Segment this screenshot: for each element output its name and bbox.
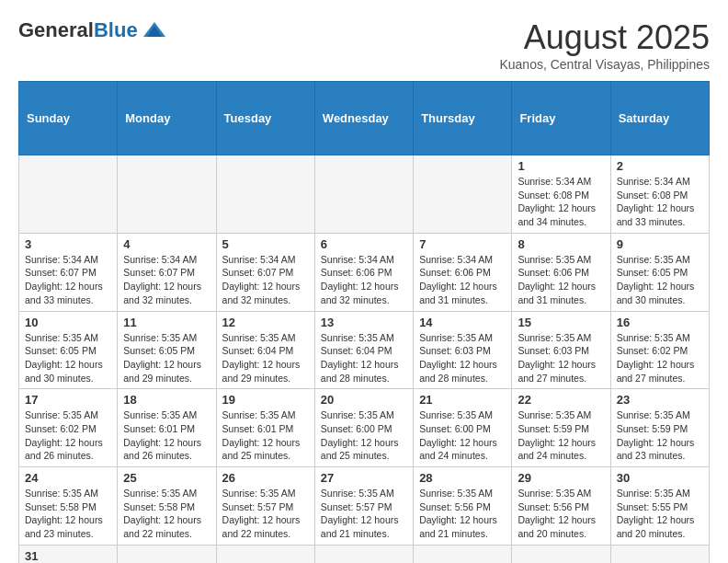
calendar-header-monday: Monday — [118, 82, 216, 155]
calendar-cell — [19, 155, 118, 234]
day-info: Sunrise: 5:35 AM Sunset: 5:57 PM Dayligh… — [321, 487, 407, 541]
calendar-cell: 11Sunrise: 5:35 AM Sunset: 6:05 PM Dayli… — [118, 311, 216, 389]
day-number: 14 — [419, 316, 506, 329]
day-info: Sunrise: 5:35 AM Sunset: 5:59 PM Dayligh… — [518, 408, 604, 463]
calendar-header-saturday: Saturday — [610, 82, 709, 155]
calendar-cell: 21Sunrise: 5:35 AM Sunset: 6:00 PM Dayli… — [414, 389, 512, 467]
calendar-cell: 9Sunrise: 5:35 AM Sunset: 6:05 PM Daylig… — [610, 233, 709, 311]
month-title: August 2025 — [499, 18, 710, 57]
calendar-cell: 19Sunrise: 5:35 AM Sunset: 6:01 PM Dayli… — [216, 389, 314, 467]
calendar-cell: 6Sunrise: 5:34 AM Sunset: 6:06 PM Daylig… — [314, 233, 413, 311]
day-number: 10 — [25, 316, 111, 329]
calendar-cell: 31Sunrise: 5:35 AM Sunset: 5:55 PM Dayli… — [19, 545, 118, 563]
calendar-cell: 12Sunrise: 5:35 AM Sunset: 6:04 PM Dayli… — [216, 311, 314, 389]
calendar-cell: 7Sunrise: 5:34 AM Sunset: 6:06 PM Daylig… — [414, 233, 512, 311]
day-info: Sunrise: 5:34 AM Sunset: 6:07 PM Dayligh… — [222, 253, 309, 307]
day-number: 25 — [123, 471, 210, 485]
calendar-cell: 25Sunrise: 5:35 AM Sunset: 5:58 PM Dayli… — [118, 467, 216, 546]
calendar-cell — [216, 155, 314, 234]
day-info: Sunrise: 5:34 AM Sunset: 6:06 PM Dayligh… — [321, 253, 407, 307]
day-info: Sunrise: 5:35 AM Sunset: 5:59 PM Dayligh… — [617, 408, 703, 463]
calendar-header-thursday: Thursday — [414, 82, 512, 155]
day-number: 31 — [25, 549, 111, 563]
day-info: Sunrise: 5:35 AM Sunset: 6:03 PM Dayligh… — [518, 331, 604, 385]
day-number: 22 — [518, 393, 604, 407]
day-number: 9 — [617, 237, 703, 251]
day-info: Sunrise: 5:35 AM Sunset: 5:56 PM Dayligh… — [518, 487, 604, 541]
day-number: 23 — [617, 393, 703, 407]
calendar-week-row: 17Sunrise: 5:35 AM Sunset: 6:02 PM Dayli… — [19, 389, 710, 467]
day-info: Sunrise: 5:34 AM Sunset: 6:08 PM Dayligh… — [617, 175, 703, 229]
calendar-header-friday: Friday — [512, 82, 610, 155]
day-info: Sunrise: 5:35 AM Sunset: 6:05 PM Dayligh… — [123, 331, 210, 385]
calendar-cell: 27Sunrise: 5:35 AM Sunset: 5:57 PM Dayli… — [314, 467, 413, 546]
header: General Blue August 2025 Kuanos, Central… — [18, 18, 710, 72]
calendar-cell: 10Sunrise: 5:35 AM Sunset: 6:05 PM Dayli… — [19, 311, 118, 389]
day-number: 12 — [222, 316, 309, 329]
day-number: 24 — [25, 471, 111, 485]
day-info: Sunrise: 5:35 AM Sunset: 6:05 PM Dayligh… — [617, 253, 703, 307]
calendar-week-row: 3Sunrise: 5:34 AM Sunset: 6:07 PM Daylig… — [19, 233, 710, 311]
calendar-cell — [414, 545, 512, 563]
day-number: 3 — [25, 237, 111, 251]
day-number: 7 — [419, 237, 506, 251]
calendar-week-row: 31Sunrise: 5:35 AM Sunset: 5:55 PM Dayli… — [19, 545, 710, 563]
day-number: 6 — [321, 237, 407, 251]
calendar-cell: 14Sunrise: 5:35 AM Sunset: 6:03 PM Dayli… — [414, 311, 512, 389]
calendar-cell — [314, 545, 413, 563]
day-number: 16 — [617, 316, 703, 329]
day-number: 20 — [321, 393, 407, 407]
day-number: 28 — [419, 471, 506, 485]
day-info: Sunrise: 5:35 AM Sunset: 6:00 PM Dayligh… — [321, 408, 407, 463]
calendar-cell: 29Sunrise: 5:35 AM Sunset: 5:56 PM Dayli… — [512, 467, 610, 546]
day-number: 17 — [25, 393, 111, 407]
calendar-header-tuesday: Tuesday — [216, 82, 314, 155]
day-info: Sunrise: 5:35 AM Sunset: 6:04 PM Dayligh… — [321, 331, 407, 385]
day-info: Sunrise: 5:35 AM Sunset: 6:06 PM Dayligh… — [518, 253, 604, 307]
calendar-cell: 1Sunrise: 5:34 AM Sunset: 6:08 PM Daylig… — [512, 155, 610, 234]
day-info: Sunrise: 5:34 AM Sunset: 6:08 PM Dayligh… — [518, 175, 604, 229]
calendar-cell: 17Sunrise: 5:35 AM Sunset: 6:02 PM Dayli… — [19, 389, 118, 467]
calendar-cell — [512, 545, 610, 563]
day-info: Sunrise: 5:34 AM Sunset: 6:07 PM Dayligh… — [25, 253, 111, 307]
calendar-cell: 24Sunrise: 5:35 AM Sunset: 5:58 PM Dayli… — [19, 467, 118, 546]
day-number: 5 — [222, 237, 309, 251]
calendar-cell: 2Sunrise: 5:34 AM Sunset: 6:08 PM Daylig… — [610, 155, 709, 234]
day-info: Sunrise: 5:35 AM Sunset: 5:58 PM Dayligh… — [123, 487, 210, 541]
logo-general: General — [18, 18, 94, 42]
calendar-cell — [314, 155, 413, 234]
day-info: Sunrise: 5:35 AM Sunset: 5:56 PM Dayligh… — [419, 487, 506, 541]
calendar-cell: 28Sunrise: 5:35 AM Sunset: 5:56 PM Dayli… — [414, 467, 512, 546]
calendar-cell: 4Sunrise: 5:34 AM Sunset: 6:07 PM Daylig… — [118, 233, 216, 311]
day-number: 26 — [222, 471, 309, 485]
day-info: Sunrise: 5:34 AM Sunset: 6:07 PM Dayligh… — [123, 253, 210, 307]
day-number: 29 — [518, 471, 604, 485]
calendar-cell: 30Sunrise: 5:35 AM Sunset: 5:55 PM Dayli… — [610, 467, 709, 546]
calendar-cell — [118, 155, 216, 234]
title-area: August 2025 Kuanos, Central Visayas, Phi… — [499, 18, 710, 72]
day-number: 13 — [321, 316, 407, 329]
day-number: 21 — [419, 393, 506, 407]
day-number: 1 — [518, 159, 604, 173]
day-number: 15 — [518, 316, 604, 329]
calendar-cell — [414, 155, 512, 234]
calendar-cell: 23Sunrise: 5:35 AM Sunset: 5:59 PM Dayli… — [610, 389, 709, 467]
subtitle: Kuanos, Central Visayas, Philippines — [499, 57, 710, 72]
logo: General Blue — [18, 18, 167, 42]
calendar-week-row: 24Sunrise: 5:35 AM Sunset: 5:58 PM Dayli… — [19, 467, 710, 546]
calendar-cell: 26Sunrise: 5:35 AM Sunset: 5:57 PM Dayli… — [216, 467, 314, 546]
calendar-cell: 13Sunrise: 5:35 AM Sunset: 6:04 PM Dayli… — [314, 311, 413, 389]
day-info: Sunrise: 5:34 AM Sunset: 6:06 PM Dayligh… — [419, 253, 506, 307]
day-info: Sunrise: 5:35 AM Sunset: 5:57 PM Dayligh… — [222, 487, 309, 541]
logo-blue: Blue — [94, 18, 138, 42]
calendar-header-sunday: Sunday — [19, 82, 118, 155]
day-info: Sunrise: 5:35 AM Sunset: 5:58 PM Dayligh… — [25, 487, 111, 541]
logo-icon — [142, 20, 167, 40]
calendar-cell — [610, 545, 709, 563]
calendar-cell: 5Sunrise: 5:34 AM Sunset: 6:07 PM Daylig… — [216, 233, 314, 311]
day-info: Sunrise: 5:35 AM Sunset: 6:02 PM Dayligh… — [25, 408, 111, 463]
day-number: 19 — [222, 393, 309, 407]
calendar-cell — [118, 545, 216, 563]
calendar: SundayMondayTuesdayWednesdayThursdayFrid… — [18, 81, 710, 563]
day-info: Sunrise: 5:35 AM Sunset: 6:01 PM Dayligh… — [222, 408, 309, 463]
